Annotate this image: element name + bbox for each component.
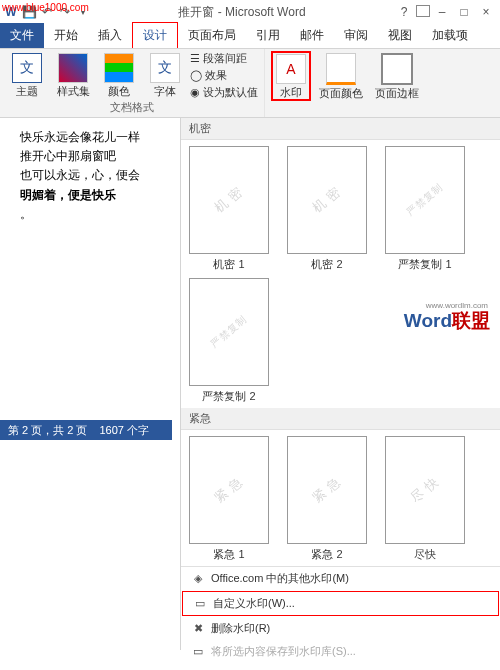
- page-color-label: 页面颜色: [319, 87, 363, 99]
- set-default-button[interactable]: ◉设为默认值: [190, 85, 258, 100]
- watermark-option[interactable]: 尽 快 尽快: [385, 436, 465, 562]
- effects-label: 效果: [205, 68, 227, 83]
- doc-line: 。: [20, 205, 172, 224]
- window-controls: ? – □ ×: [394, 5, 496, 19]
- group-page-bg-label: [345, 101, 348, 115]
- watermark-preview-text: 紧 急: [211, 473, 247, 508]
- watermark-preview-text: 紧 急: [309, 473, 345, 508]
- watermark-gallery: 机密 机 密 机密 1 机 密 机密 2 严禁复制 严禁复制 1 严禁复制 严禁…: [180, 118, 500, 650]
- menu-label: 删除水印(R): [211, 621, 270, 636]
- url-watermark: www.blue1000.com: [2, 2, 89, 13]
- colors-label: 颜色: [108, 85, 130, 97]
- thumb-label: 严禁复制 1: [398, 257, 451, 272]
- page-color-icon: [326, 53, 356, 85]
- custom-icon: ▭: [193, 597, 207, 611]
- colors-icon: [104, 53, 134, 83]
- ribbon-group-page-bg: A 水印 页面颜色 页面边框: [265, 49, 429, 117]
- group-doc-format-label: 文档格式: [110, 100, 154, 117]
- set-default-icon: ◉: [190, 86, 200, 99]
- watermark-label: 水印: [280, 86, 302, 98]
- themes-button[interactable]: 文 主题: [6, 51, 48, 99]
- menu-label: 自定义水印(W)...: [213, 596, 295, 611]
- tab-review[interactable]: 审阅: [334, 23, 378, 48]
- menu-custom-watermark[interactable]: ▭ 自定义水印(W)...: [182, 591, 499, 616]
- watermark-option[interactable]: 机 密 机密 1: [189, 146, 269, 272]
- tab-addins[interactable]: 加载项: [422, 23, 478, 48]
- fonts-button[interactable]: 文 字体: [144, 51, 186, 99]
- tab-mailings[interactable]: 邮件: [290, 23, 334, 48]
- watermark-preview-text: 机 密: [211, 183, 247, 218]
- watermark-option[interactable]: 紧 急 紧急 1: [189, 436, 269, 562]
- styles-label: 样式集: [57, 85, 90, 97]
- section-confidential: 机密: [181, 118, 500, 140]
- tab-design[interactable]: 设计: [132, 22, 178, 48]
- thumb-label: 机密 2: [311, 257, 342, 272]
- watermark-menu: ◈ Office.com 中的其他水印(M) ▭ 自定义水印(W)... ✖ 删…: [181, 566, 500, 663]
- thumb-label: 严禁复制 2: [202, 389, 255, 404]
- document-page[interactable]: 快乐永远会像花儿一样 推开心中那扇窗吧 也可以永远，心，便会 明媚着，便是快乐 …: [0, 118, 180, 440]
- menu-label: Office.com 中的其他水印(M): [211, 571, 349, 586]
- doc-line: 推开心中那扇窗吧: [20, 147, 172, 166]
- office-icon: ◈: [191, 572, 205, 586]
- watermark-option[interactable]: 紧 急 紧急 2: [287, 436, 367, 562]
- thumb-label: 紧急 2: [311, 547, 342, 562]
- menu-remove-watermark[interactable]: ✖ 删除水印(R): [181, 617, 500, 640]
- section-urgent: 紧急: [181, 408, 500, 430]
- thumb-label: 机密 1: [213, 257, 244, 272]
- minimize-icon[interactable]: –: [432, 5, 452, 19]
- status-page[interactable]: 第 2 页，共 2 页: [8, 423, 87, 438]
- tab-references[interactable]: 引用: [246, 23, 290, 48]
- doc-line: 快乐永远会像花儿一样: [20, 128, 172, 147]
- remove-icon: ✖: [191, 622, 205, 636]
- window-title: 推开窗 - Microsoft Word: [90, 4, 394, 21]
- themes-label: 主题: [16, 85, 38, 97]
- thumb-label: 紧急 1: [213, 547, 244, 562]
- ribbon-options-icon[interactable]: [416, 5, 430, 17]
- content-area: 快乐永远会像花儿一样 推开心中那扇窗吧 也可以永远，心，便会 明媚着，便是快乐 …: [0, 118, 500, 440]
- set-default-label: 设为默认值: [203, 85, 258, 100]
- watermark-preview-text: 严禁复制: [208, 312, 251, 351]
- tab-insert[interactable]: 插入: [88, 23, 132, 48]
- status-bar: 第 2 页，共 2 页 1607 个字: [0, 420, 172, 440]
- effects-button[interactable]: ◯效果: [190, 68, 258, 83]
- tab-layout[interactable]: 页面布局: [178, 23, 246, 48]
- doc-line: 也可以永远，心，便会: [20, 166, 172, 185]
- para-spacing-button[interactable]: ☰段落间距: [190, 51, 258, 66]
- watermark-icon: A: [276, 54, 306, 84]
- watermark-preview-text: 严禁复制: [404, 180, 447, 219]
- page-color-button[interactable]: 页面颜色: [315, 51, 367, 101]
- thumb-label: 尽快: [414, 547, 436, 562]
- save-selection-icon: ▭: [191, 645, 205, 659]
- colors-button[interactable]: 颜色: [98, 51, 140, 99]
- status-words[interactable]: 1607 个字: [99, 423, 149, 438]
- page-border-button[interactable]: 页面边框: [371, 51, 423, 101]
- para-spacing-label: 段落间距: [203, 51, 247, 66]
- para-spacing-icon: ☰: [190, 52, 200, 65]
- close-icon[interactable]: ×: [476, 5, 496, 19]
- styles-icon: [58, 53, 88, 83]
- themes-icon: 文: [12, 53, 42, 83]
- fonts-icon: 文: [150, 53, 180, 83]
- styles-button[interactable]: 样式集: [52, 51, 94, 99]
- help-icon[interactable]: ?: [394, 5, 414, 19]
- menu-save-selection[interactable]: ▭ 将所选内容保存到水印库(S)...: [181, 640, 500, 663]
- watermark-option[interactable]: 严禁复制 严禁复制 2: [189, 278, 269, 404]
- watermark-preview-text: 尽 快: [407, 473, 443, 508]
- menu-office-more[interactable]: ◈ Office.com 中的其他水印(M): [181, 567, 500, 590]
- watermark-option[interactable]: 严禁复制 严禁复制 1: [385, 146, 465, 272]
- page-border-label: 页面边框: [375, 87, 419, 99]
- watermark-preview-text: 机 密: [309, 183, 345, 218]
- ribbon: 文 主题 样式集 颜色 文 字体 ☰段落间距 ◯效果 ◉设为默认值 文档格式: [0, 49, 500, 118]
- ribbon-tabs: 文件 开始 插入 设计 页面布局 引用 邮件 审阅 视图 加载项: [0, 24, 500, 49]
- effects-icon: ◯: [190, 69, 202, 82]
- tab-file[interactable]: 文件: [0, 23, 44, 48]
- doc-line: 明媚着，便是快乐: [20, 186, 172, 205]
- watermark-button[interactable]: A 水印: [271, 51, 311, 101]
- page-border-icon: [381, 53, 413, 85]
- menu-label: 将所选内容保存到水印库(S)...: [211, 644, 356, 659]
- watermark-option[interactable]: 机 密 机密 2: [287, 146, 367, 272]
- fonts-label: 字体: [154, 85, 176, 97]
- tab-home[interactable]: 开始: [44, 23, 88, 48]
- tab-view[interactable]: 视图: [378, 23, 422, 48]
- maximize-icon[interactable]: □: [454, 5, 474, 19]
